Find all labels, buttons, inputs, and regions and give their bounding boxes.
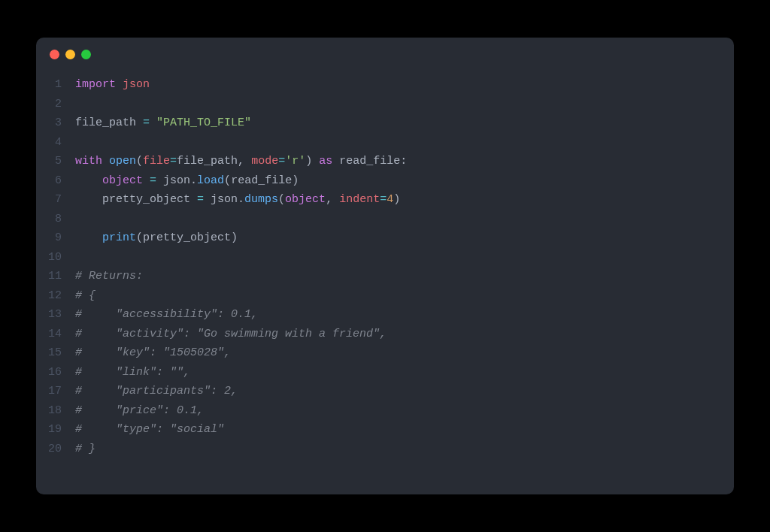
line-number: 8 [36,210,75,229]
code-line: 19# "type": "social" [36,420,734,440]
line-number: 4 [36,133,75,153]
code-line: 10 [36,248,734,268]
code-content: # "type": "social" [75,420,224,440]
code-line: 11# Returns: [36,267,734,286]
code-line: 18# "price": 0.1, [36,401,734,421]
code-line: 5with open(file=file_path, mode='r') as … [36,152,734,171]
line-number: 17 [36,382,75,401]
line-number: 15 [36,343,75,363]
close-icon[interactable] [50,50,59,59]
line-number: 14 [36,325,75,344]
code-content: # "accessibility": 0.1, [75,305,258,325]
line-number: 20 [36,440,75,459]
code-content: with open(file=file_path, mode='r') as r… [75,152,407,171]
code-line: 3file_path = "PATH_TO_FILE" [36,113,734,133]
code-content: object = json.load(read_file) [75,171,299,191]
code-line: 16# "link": "", [36,363,734,382]
code-content: # "price": 0.1, [75,401,204,421]
code-content: print(pretty_object) [75,228,238,248]
code-window: 1import json23file_path = "PATH_TO_FILE"… [36,38,734,494]
line-number: 11 [36,267,75,286]
line-number: 10 [36,248,75,268]
line-number: 19 [36,420,75,440]
code-line: 1import json [36,75,734,95]
code-content: file_path = "PATH_TO_FILE" [75,113,251,133]
line-number: 12 [36,286,75,306]
code-line: 17# "participants": 2, [36,382,734,401]
code-content: # { [75,286,95,306]
line-number: 1 [36,75,75,95]
code-line: 2 [36,95,734,114]
code-line: 4 [36,133,734,153]
code-line: 20# } [36,440,734,459]
line-number: 3 [36,113,75,133]
code-content: import json [75,75,150,95]
code-line: 15# "key": "1505028", [36,343,734,363]
code-content: # } [75,440,95,459]
line-number: 9 [36,228,75,248]
code-content: # "activity": "Go swimming with a friend… [75,325,387,344]
code-content: # "participants": 2, [75,382,238,401]
code-line: 13# "accessibility": 0.1, [36,305,734,325]
code-line: 8 [36,210,734,229]
code-content: pretty_object = json.dumps(object, inden… [75,190,400,210]
line-number: 13 [36,305,75,325]
window-titlebar [36,38,734,71]
line-number: 2 [36,95,75,114]
code-content: # "key": "1505028", [75,343,231,363]
line-number: 18 [36,401,75,421]
minimize-icon[interactable] [65,50,75,59]
code-line: 6 object = json.load(read_file) [36,171,734,191]
code-editor[interactable]: 1import json23file_path = "PATH_TO_FILE"… [36,71,734,494]
code-content: # Returns: [75,267,143,286]
code-line: 14# "activity": "Go swimming with a frie… [36,325,734,344]
code-content: # "link": "", [75,363,190,382]
maximize-icon[interactable] [81,50,91,59]
line-number: 7 [36,190,75,210]
line-number: 6 [36,171,75,191]
code-line: 12# { [36,286,734,306]
line-number: 16 [36,363,75,382]
code-line: 7 pretty_object = json.dumps(object, ind… [36,190,734,210]
line-number: 5 [36,152,75,171]
code-line: 9 print(pretty_object) [36,228,734,248]
